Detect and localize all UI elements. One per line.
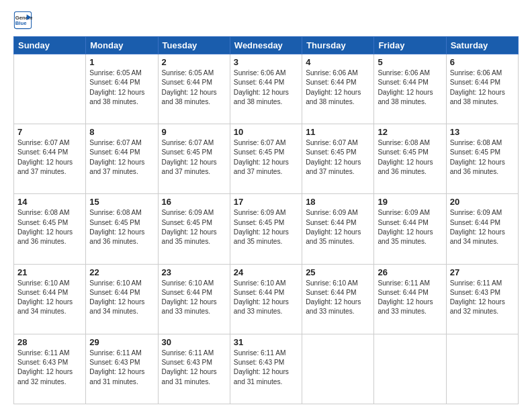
day-info: Sunrise: 6:07 AM Sunset: 6:44 PM Dayligh…: [89, 138, 154, 177]
calendar-cell: 7Sunrise: 6:07 AM Sunset: 6:44 PM Daylig…: [14, 124, 86, 194]
page-header: General Blue: [13, 11, 519, 30]
day-number: 24: [234, 267, 298, 277]
day-number: 3: [234, 57, 298, 67]
day-info: Sunrise: 6:11 AM Sunset: 6:43 PM Dayligh…: [17, 349, 82, 387]
day-info: Sunrise: 6:09 AM Sunset: 6:44 PM Dayligh…: [450, 208, 515, 246]
calendar-cell: 28Sunrise: 6:11 AM Sunset: 6:43 PM Dayli…: [14, 334, 86, 404]
day-info: Sunrise: 6:08 AM Sunset: 6:45 PM Dayligh…: [89, 208, 154, 246]
day-info: Sunrise: 6:11 AM Sunset: 6:43 PM Dayligh…: [450, 279, 515, 317]
calendar-cell: 10Sunrise: 6:07 AM Sunset: 6:45 PM Dayli…: [230, 124, 302, 194]
calendar-cell: 16Sunrise: 6:09 AM Sunset: 6:45 PM Dayli…: [158, 194, 230, 264]
day-number: 4: [306, 57, 370, 67]
calendar-cell: 29Sunrise: 6:11 AM Sunset: 6:43 PM Dayli…: [86, 334, 158, 404]
day-info: Sunrise: 6:07 AM Sunset: 6:45 PM Dayligh…: [234, 138, 298, 177]
calendar-cell: 8Sunrise: 6:07 AM Sunset: 6:44 PM Daylig…: [86, 124, 158, 194]
day-number: 9: [162, 127, 226, 137]
day-info: Sunrise: 6:10 AM Sunset: 6:44 PM Dayligh…: [234, 279, 298, 317]
calendar-cell: [446, 334, 518, 404]
calendar-cell: 6Sunrise: 6:06 AM Sunset: 6:44 PM Daylig…: [446, 54, 518, 124]
calendar-cell: 30Sunrise: 6:11 AM Sunset: 6:43 PM Dayli…: [158, 334, 230, 404]
calendar-cell: 26Sunrise: 6:11 AM Sunset: 6:44 PM Dayli…: [374, 264, 446, 334]
day-number: 15: [89, 197, 154, 207]
day-number: 2: [162, 57, 226, 67]
day-number: 27: [450, 267, 515, 277]
day-info: Sunrise: 6:06 AM Sunset: 6:44 PM Dayligh…: [450, 68, 515, 107]
day-number: 25: [306, 267, 370, 277]
day-number: 30: [162, 337, 226, 347]
day-number: 17: [234, 197, 298, 207]
calendar-cell: 2Sunrise: 6:05 AM Sunset: 6:44 PM Daylig…: [158, 54, 230, 124]
calendar-cell: 21Sunrise: 6:10 AM Sunset: 6:44 PM Dayli…: [14, 264, 86, 334]
day-info: Sunrise: 6:09 AM Sunset: 6:45 PM Dayligh…: [234, 208, 298, 246]
day-number: 5: [378, 57, 442, 67]
calendar-cell: 5Sunrise: 6:06 AM Sunset: 6:44 PM Daylig…: [374, 54, 446, 124]
calendar-cell: 12Sunrise: 6:08 AM Sunset: 6:45 PM Dayli…: [374, 124, 446, 194]
day-info: Sunrise: 6:07 AM Sunset: 6:44 PM Dayligh…: [17, 138, 82, 177]
day-info: Sunrise: 6:11 AM Sunset: 6:43 PM Dayligh…: [89, 349, 154, 387]
logo: General Blue: [13, 11, 35, 30]
calendar-cell: [14, 54, 86, 124]
day-number: 18: [306, 197, 370, 207]
day-number: 6: [450, 57, 515, 67]
calendar-cell: 23Sunrise: 6:10 AM Sunset: 6:44 PM Dayli…: [158, 264, 230, 334]
calendar-cell: 17Sunrise: 6:09 AM Sunset: 6:45 PM Dayli…: [230, 194, 302, 264]
weekday-header-sunday: Sunday: [14, 37, 86, 54]
day-info: Sunrise: 6:10 AM Sunset: 6:44 PM Dayligh…: [89, 279, 154, 317]
day-info: Sunrise: 6:10 AM Sunset: 6:44 PM Dayligh…: [306, 279, 370, 317]
calendar-cell: 4Sunrise: 6:06 AM Sunset: 6:44 PM Daylig…: [302, 54, 374, 124]
calendar-cell: 25Sunrise: 6:10 AM Sunset: 6:44 PM Dayli…: [302, 264, 374, 334]
day-number: 10: [234, 127, 298, 137]
day-number: 20: [450, 197, 515, 207]
day-number: 8: [89, 127, 154, 137]
calendar-week-5: 28Sunrise: 6:11 AM Sunset: 6:43 PM Dayli…: [14, 334, 519, 404]
day-info: Sunrise: 6:09 AM Sunset: 6:44 PM Dayligh…: [306, 208, 370, 246]
day-info: Sunrise: 6:10 AM Sunset: 6:44 PM Dayligh…: [17, 279, 82, 317]
calendar-week-2: 7Sunrise: 6:07 AM Sunset: 6:44 PM Daylig…: [14, 124, 519, 194]
day-info: Sunrise: 6:07 AM Sunset: 6:45 PM Dayligh…: [162, 138, 226, 177]
day-info: Sunrise: 6:05 AM Sunset: 6:44 PM Dayligh…: [162, 68, 226, 107]
calendar-cell: 11Sunrise: 6:07 AM Sunset: 6:45 PM Dayli…: [302, 124, 374, 194]
day-info: Sunrise: 6:06 AM Sunset: 6:44 PM Dayligh…: [234, 68, 298, 107]
day-info: Sunrise: 6:09 AM Sunset: 6:45 PM Dayligh…: [162, 208, 226, 246]
day-number: 21: [17, 267, 82, 277]
day-info: Sunrise: 6:07 AM Sunset: 6:45 PM Dayligh…: [306, 138, 370, 177]
calendar-cell: 13Sunrise: 6:08 AM Sunset: 6:45 PM Dayli…: [446, 124, 518, 194]
svg-text:Blue: Blue: [15, 20, 27, 26]
day-number: 26: [378, 267, 442, 277]
calendar-cell: 19Sunrise: 6:09 AM Sunset: 6:44 PM Dayli…: [374, 194, 446, 264]
calendar-table: SundayMondayTuesdayWednesdayThursdayFrid…: [13, 36, 519, 404]
logo-icon: General Blue: [13, 11, 32, 30]
day-info: Sunrise: 6:11 AM Sunset: 6:43 PM Dayligh…: [234, 349, 298, 387]
calendar-cell: 27Sunrise: 6:11 AM Sunset: 6:43 PM Dayli…: [446, 264, 518, 334]
day-number: 19: [378, 197, 442, 207]
calendar-week-4: 21Sunrise: 6:10 AM Sunset: 6:44 PM Dayli…: [14, 264, 519, 334]
day-number: 16: [162, 197, 226, 207]
day-number: 28: [17, 337, 82, 347]
calendar-cell: 3Sunrise: 6:06 AM Sunset: 6:44 PM Daylig…: [230, 54, 302, 124]
day-info: Sunrise: 6:11 AM Sunset: 6:44 PM Dayligh…: [378, 279, 442, 317]
day-number: 12: [378, 127, 442, 137]
day-number: 1: [89, 57, 154, 67]
calendar-week-1: 1Sunrise: 6:05 AM Sunset: 6:44 PM Daylig…: [14, 54, 519, 124]
weekday-header-saturday: Saturday: [446, 37, 518, 54]
day-number: 22: [89, 267, 154, 277]
day-info: Sunrise: 6:09 AM Sunset: 6:44 PM Dayligh…: [378, 208, 442, 246]
calendar-cell: [302, 334, 374, 404]
day-info: Sunrise: 6:11 AM Sunset: 6:43 PM Dayligh…: [162, 349, 226, 387]
calendar-cell: 14Sunrise: 6:08 AM Sunset: 6:45 PM Dayli…: [14, 194, 86, 264]
day-number: 13: [450, 127, 515, 137]
weekday-header-tuesday: Tuesday: [158, 37, 230, 54]
day-number: 14: [17, 197, 82, 207]
day-number: 11: [306, 127, 370, 137]
weekday-header-wednesday: Wednesday: [230, 37, 302, 54]
day-info: Sunrise: 6:08 AM Sunset: 6:45 PM Dayligh…: [450, 138, 515, 177]
day-number: 7: [17, 127, 82, 137]
day-number: 23: [162, 267, 226, 277]
day-info: Sunrise: 6:06 AM Sunset: 6:44 PM Dayligh…: [306, 68, 370, 107]
calendar-cell: 9Sunrise: 6:07 AM Sunset: 6:45 PM Daylig…: [158, 124, 230, 194]
calendar-cell: 20Sunrise: 6:09 AM Sunset: 6:44 PM Dayli…: [446, 194, 518, 264]
day-info: Sunrise: 6:08 AM Sunset: 6:45 PM Dayligh…: [17, 208, 82, 246]
day-info: Sunrise: 6:05 AM Sunset: 6:44 PM Dayligh…: [89, 68, 154, 107]
calendar-cell: 22Sunrise: 6:10 AM Sunset: 6:44 PM Dayli…: [86, 264, 158, 334]
calendar-cell: [374, 334, 446, 404]
